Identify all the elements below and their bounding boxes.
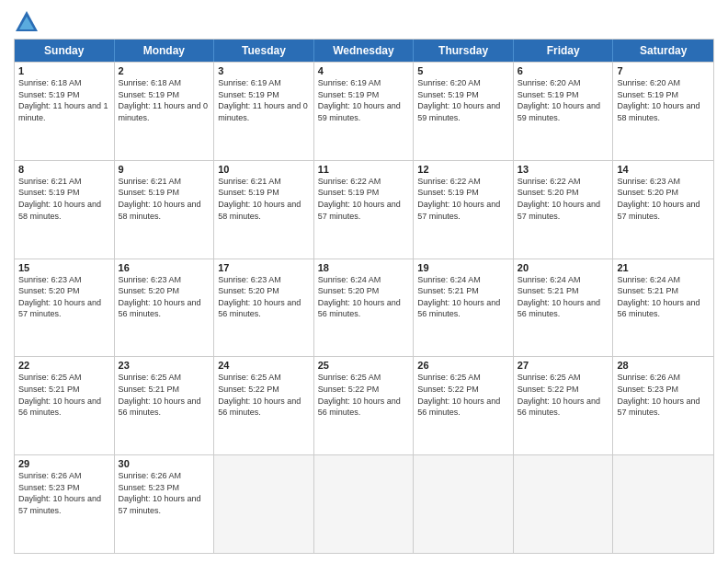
cal-cell: 29Sunrise: 6:26 AMSunset: 5:23 PMDayligh… xyxy=(15,455,115,553)
cal-cell: 25Sunrise: 6:25 AMSunset: 5:22 PMDayligh… xyxy=(314,357,415,454)
cal-row-0: 1Sunrise: 6:18 AMSunset: 5:19 PMDaylight… xyxy=(15,62,713,160)
calendar-body: 1Sunrise: 6:18 AMSunset: 5:19 PMDaylight… xyxy=(15,62,713,553)
day-number: 4 xyxy=(318,65,410,76)
cal-cell: 27Sunrise: 6:25 AMSunset: 5:22 PMDayligh… xyxy=(514,357,614,454)
cal-cell: 16Sunrise: 6:23 AMSunset: 5:20 PMDayligh… xyxy=(115,259,215,357)
cell-text: Sunrise: 6:23 AMSunset: 5:20 PMDaylight:… xyxy=(119,275,201,319)
cal-row-2: 15Sunrise: 6:23 AMSunset: 5:20 PMDayligh… xyxy=(15,259,713,357)
day-number: 17 xyxy=(218,262,310,273)
cal-cell xyxy=(414,455,514,553)
cal-cell: 22Sunrise: 6:25 AMSunset: 5:21 PMDayligh… xyxy=(15,357,115,454)
header-day-saturday: Saturday xyxy=(613,40,713,62)
cal-cell: 4Sunrise: 6:19 AMSunset: 5:19 PMDaylight… xyxy=(314,63,415,160)
cal-cell: 12Sunrise: 6:22 AMSunset: 5:19 PMDayligh… xyxy=(414,161,514,259)
cal-cell xyxy=(613,455,713,553)
day-number: 7 xyxy=(617,65,710,76)
header-day-friday: Friday xyxy=(514,40,614,62)
day-number: 8 xyxy=(18,164,110,175)
cell-text: Sunrise: 6:25 AMSunset: 5:21 PMDaylight:… xyxy=(18,373,101,417)
cell-text: Sunrise: 6:24 AMSunset: 5:21 PMDaylight:… xyxy=(518,275,600,319)
cal-cell: 24Sunrise: 6:25 AMSunset: 5:22 PMDayligh… xyxy=(214,357,314,454)
day-number: 26 xyxy=(417,360,509,371)
cal-cell: 2Sunrise: 6:18 AMSunset: 5:19 PMDaylight… xyxy=(115,63,215,160)
cal-cell: 17Sunrise: 6:23 AMSunset: 5:20 PMDayligh… xyxy=(214,259,314,357)
cell-text: Sunrise: 6:25 AMSunset: 5:22 PMDaylight:… xyxy=(318,373,401,417)
calendar: SundayMondayTuesdayWednesdayThursdayFrid… xyxy=(14,39,714,554)
cal-cell: 3Sunrise: 6:19 AMSunset: 5:19 PMDaylight… xyxy=(214,63,314,160)
cal-cell: 10Sunrise: 6:21 AMSunset: 5:19 PMDayligh… xyxy=(214,161,314,259)
page: SundayMondayTuesdayWednesdayThursdayFrid… xyxy=(0,0,728,563)
day-number: 1 xyxy=(18,65,110,76)
day-number: 11 xyxy=(318,164,410,175)
cal-cell: 6Sunrise: 6:20 AMSunset: 5:19 PMDaylight… xyxy=(514,63,614,160)
cal-cell xyxy=(214,455,314,553)
cal-cell: 14Sunrise: 6:23 AMSunset: 5:20 PMDayligh… xyxy=(613,161,713,259)
cell-text: Sunrise: 6:23 AMSunset: 5:20 PMDaylight:… xyxy=(617,177,700,221)
cal-row-4: 29Sunrise: 6:26 AMSunset: 5:23 PMDayligh… xyxy=(15,454,713,553)
cell-text: Sunrise: 6:23 AMSunset: 5:20 PMDaylight:… xyxy=(18,275,101,319)
day-number: 21 xyxy=(617,262,710,273)
cell-text: Sunrise: 6:25 AMSunset: 5:22 PMDaylight:… xyxy=(218,373,301,417)
cell-text: Sunrise: 6:22 AMSunset: 5:19 PMDaylight:… xyxy=(417,177,500,221)
cal-cell: 9Sunrise: 6:21 AMSunset: 5:19 PMDaylight… xyxy=(115,161,215,259)
header-day-wednesday: Wednesday xyxy=(314,40,415,62)
cell-text: Sunrise: 6:21 AMSunset: 5:19 PMDaylight:… xyxy=(18,177,101,221)
day-number: 20 xyxy=(518,262,609,273)
day-number: 14 xyxy=(617,164,710,175)
day-number: 15 xyxy=(18,262,110,273)
day-number: 28 xyxy=(617,360,710,371)
cell-text: Sunrise: 6:22 AMSunset: 5:19 PMDaylight:… xyxy=(318,177,401,221)
cal-cell: 19Sunrise: 6:24 AMSunset: 5:21 PMDayligh… xyxy=(414,259,514,357)
day-number: 25 xyxy=(318,360,410,371)
day-number: 24 xyxy=(218,360,310,371)
day-number: 9 xyxy=(119,164,210,175)
day-number: 30 xyxy=(119,458,210,469)
cal-cell: 5Sunrise: 6:20 AMSunset: 5:19 PMDaylight… xyxy=(414,63,514,160)
logo-icon xyxy=(14,9,40,35)
cell-text: Sunrise: 6:21 AMSunset: 5:19 PMDaylight:… xyxy=(119,177,201,221)
cell-text: Sunrise: 6:24 AMSunset: 5:20 PMDaylight:… xyxy=(318,275,401,319)
cal-cell: 7Sunrise: 6:20 AMSunset: 5:19 PMDaylight… xyxy=(613,63,713,160)
cell-text: Sunrise: 6:26 AMSunset: 5:23 PMDaylight:… xyxy=(617,373,700,417)
cal-cell xyxy=(514,455,614,553)
cell-text: Sunrise: 6:25 AMSunset: 5:21 PMDaylight:… xyxy=(119,373,201,417)
day-number: 16 xyxy=(119,262,210,273)
cell-text: Sunrise: 6:26 AMSunset: 5:23 PMDaylight:… xyxy=(18,471,101,515)
day-number: 2 xyxy=(119,65,210,76)
day-number: 3 xyxy=(218,65,310,76)
calendar-header: SundayMondayTuesdayWednesdayThursdayFrid… xyxy=(15,40,713,62)
cal-cell: 18Sunrise: 6:24 AMSunset: 5:20 PMDayligh… xyxy=(314,259,415,357)
day-number: 23 xyxy=(119,360,210,371)
header-day-monday: Monday xyxy=(115,40,215,62)
cal-cell: 8Sunrise: 6:21 AMSunset: 5:19 PMDaylight… xyxy=(15,161,115,259)
day-number: 12 xyxy=(417,164,509,175)
cal-cell: 26Sunrise: 6:25 AMSunset: 5:22 PMDayligh… xyxy=(414,357,514,454)
cal-cell: 28Sunrise: 6:26 AMSunset: 5:23 PMDayligh… xyxy=(613,357,713,454)
cell-text: Sunrise: 6:25 AMSunset: 5:22 PMDaylight:… xyxy=(518,373,600,417)
cal-cell: 13Sunrise: 6:22 AMSunset: 5:20 PMDayligh… xyxy=(514,161,614,259)
logo xyxy=(14,9,43,35)
cell-text: Sunrise: 6:19 AMSunset: 5:19 PMDaylight:… xyxy=(318,78,401,122)
day-number: 13 xyxy=(518,164,609,175)
header xyxy=(14,9,714,35)
day-number: 29 xyxy=(18,458,110,469)
cell-text: Sunrise: 6:25 AMSunset: 5:22 PMDaylight:… xyxy=(417,373,500,417)
cell-text: Sunrise: 6:20 AMSunset: 5:19 PMDaylight:… xyxy=(617,78,700,122)
cell-text: Sunrise: 6:26 AMSunset: 5:23 PMDaylight:… xyxy=(119,471,201,515)
day-number: 18 xyxy=(318,262,410,273)
cell-text: Sunrise: 6:18 AMSunset: 5:19 PMDaylight:… xyxy=(18,78,108,122)
header-day-tuesday: Tuesday xyxy=(214,40,314,62)
cell-text: Sunrise: 6:19 AMSunset: 5:19 PMDaylight:… xyxy=(218,78,308,122)
cal-row-3: 22Sunrise: 6:25 AMSunset: 5:21 PMDayligh… xyxy=(15,356,713,454)
cal-cell: 15Sunrise: 6:23 AMSunset: 5:20 PMDayligh… xyxy=(15,259,115,357)
cal-row-1: 8Sunrise: 6:21 AMSunset: 5:19 PMDaylight… xyxy=(15,160,713,259)
cal-cell xyxy=(314,455,415,553)
day-number: 5 xyxy=(417,65,509,76)
cell-text: Sunrise: 6:23 AMSunset: 5:20 PMDaylight:… xyxy=(218,275,301,319)
cell-text: Sunrise: 6:22 AMSunset: 5:20 PMDaylight:… xyxy=(518,177,600,221)
cal-cell: 11Sunrise: 6:22 AMSunset: 5:19 PMDayligh… xyxy=(314,161,415,259)
cell-text: Sunrise: 6:24 AMSunset: 5:21 PMDaylight:… xyxy=(417,275,500,319)
cal-cell: 1Sunrise: 6:18 AMSunset: 5:19 PMDaylight… xyxy=(15,63,115,160)
cell-text: Sunrise: 6:20 AMSunset: 5:19 PMDaylight:… xyxy=(417,78,500,122)
day-number: 19 xyxy=(417,262,509,273)
